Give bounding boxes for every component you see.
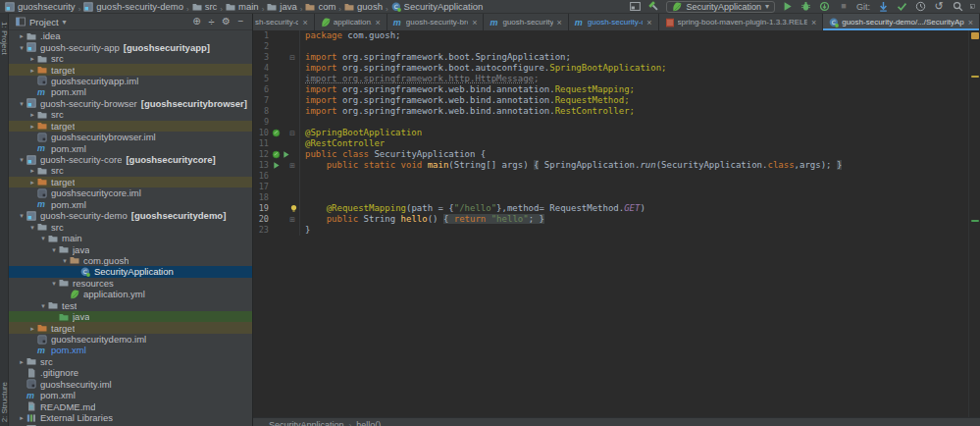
chevron-expanded-icon[interactable]: ▾: [49, 246, 59, 253]
editor-scrollbar[interactable]: [968, 30, 980, 417]
code-text[interactable]: import org.springframework.web.bind.anno…: [300, 106, 635, 117]
tool-button-structure[interactable]: 2: Structure: [0, 382, 9, 422]
spring-bean-gutter-icon[interactable]: [272, 150, 281, 159]
gear-icon[interactable]: ⚙: [221, 16, 232, 27]
tree-row[interactable]: guoshsecurity.iml: [9, 379, 252, 390]
search-icon[interactable]: [952, 1, 963, 13]
code-line[interactable]: 17: [253, 182, 980, 192]
tree-row[interactable]: ▾test: [9, 300, 252, 311]
tree-row[interactable]: mpom.xml: [9, 142, 252, 153]
code-line[interactable]: 7import org.springframework.web.bind.ann…: [253, 95, 980, 106]
breadcrumb-item[interactable]: src: [192, 1, 218, 12]
tree-row[interactable]: ▾main: [9, 233, 252, 243]
editor-tab[interactable]: spring-boot-maven-plugin-1.3.3.RELEASE.p…: [659, 14, 824, 30]
chevron-expanded-icon[interactable]: ▾: [27, 224, 37, 231]
error-stripe-mark[interactable]: [971, 76, 979, 78]
coverage-button[interactable]: [819, 1, 831, 13]
chevron-collapsed-icon[interactable]: ▸: [27, 123, 37, 130]
fold-expand-icon[interactable]: ⊞: [289, 161, 298, 170]
chevron-collapsed-icon[interactable]: ▸: [27, 111, 37, 118]
tree-row[interactable]: ▾guosh-security-core[guoshsecuritycore]: [9, 154, 252, 165]
run-config-selector[interactable]: SecurityApplication ▾: [666, 1, 775, 13]
tree-row[interactable]: ▸target: [9, 177, 252, 187]
tree-row[interactable]: ▸.idea: [9, 30, 252, 41]
code-line[interactable]: 10⊟@SpringBootApplication: [253, 128, 980, 138]
chevron-collapsed-icon[interactable]: ▸: [27, 179, 37, 186]
vcs-commit-icon[interactable]: [896, 1, 907, 13]
code-text[interactable]: [300, 41, 305, 52]
tree-row[interactable]: ▸target: [9, 121, 252, 132]
code-line[interactable]: 18: [253, 192, 980, 203]
code-line[interactable]: 6import org.springframework.web.bind.ann…: [253, 84, 980, 95]
chevron-collapsed-icon[interactable]: ▸: [17, 358, 26, 365]
tree-row[interactable]: ▾guosh-security-demo[guoshsecuritydemo]: [9, 210, 252, 221]
tree-row[interactable]: mpom.xml: [9, 345, 252, 355]
breadcrumb-method[interactable]: hello(): [356, 420, 381, 426]
chevron-collapsed-icon[interactable]: ▸: [17, 414, 26, 421]
tree-row[interactable]: application.yml: [9, 289, 252, 299]
code-text[interactable]: public static void main(String[] args) {…: [300, 160, 842, 171]
close-icon[interactable]: ×: [646, 18, 651, 27]
code-text[interactable]: public String hello() { return "hello"; …: [300, 214, 544, 225]
close-icon[interactable]: ×: [472, 18, 477, 27]
tree-row[interactable]: ▸src: [9, 53, 252, 64]
tree-row[interactable]: guoshsecurityapp.iml: [9, 76, 252, 86]
tree-row[interactable]: guoshsecuritybrowser.iml: [9, 132, 252, 142]
code-line[interactable]: 3⊟import org.springframework.boot.Spring…: [253, 52, 980, 63]
chevron-down-icon[interactable]: ▾: [63, 18, 67, 27]
tree-row[interactable]: README.md: [9, 400, 252, 411]
breadcrumb-item[interactable]: com: [305, 1, 335, 12]
breadcrumb-item[interactable]: guosh-security-demo: [83, 1, 183, 12]
hide-panel-icon[interactable]: −: [235, 16, 246, 27]
code-text[interactable]: [300, 117, 305, 128]
code-line[interactable]: 4import org.springframework.boot.autocon…: [253, 63, 980, 74]
code-editor[interactable]: 1package com.guosh;23⊟import org.springf…: [253, 30, 980, 417]
clipped-toolbar-icon[interactable]: [970, 1, 975, 13]
chevron-expanded-icon[interactable]: ▾: [17, 156, 26, 163]
editor-tab[interactable]: mguosh-security-app×: [484, 14, 568, 30]
code-line[interactable]: 1package com.guosh;: [253, 30, 980, 41]
code-text[interactable]: @RequestMapping(path = {"/hello"},method…: [300, 203, 645, 214]
editor-tab[interactable]: mguosh-security-browser×: [387, 14, 485, 30]
code-line[interactable]: 5import org.springframework.http.HttpMes…: [253, 74, 980, 84]
tree-row[interactable]: ▾com.guosh: [9, 255, 252, 266]
editor-tab[interactable]: mguosh-security-demo×: [569, 14, 659, 30]
close-icon[interactable]: ×: [968, 18, 973, 27]
chevron-expanded-icon[interactable]: ▾: [38, 235, 48, 241]
code-text[interactable]: }: [300, 225, 310, 236]
code-text[interactable]: [300, 192, 305, 203]
editor-tab[interactable]: application.yml×: [315, 14, 387, 30]
code-text[interactable]: import org.springframework.boot.SpringAp…: [300, 52, 571, 63]
code-text[interactable]: import org.springframework.http.HttpMess…: [300, 74, 539, 84]
code-text[interactable]: [300, 182, 305, 192]
run-gutter-icon[interactable]: [272, 161, 281, 170]
code-text[interactable]: [300, 171, 305, 182]
stop-button[interactable]: ■: [838, 1, 850, 13]
tree-row[interactable]: .gitignore: [9, 367, 252, 378]
history-clock-icon[interactable]: [914, 1, 926, 13]
chevron-collapsed-icon[interactable]: ▸: [27, 67, 37, 74]
breadcrumb-class[interactable]: SecurityApplication: [269, 420, 344, 426]
chevron-expanded-icon[interactable]: ▾: [38, 302, 48, 309]
run-button[interactable]: [782, 1, 794, 13]
close-icon[interactable]: ×: [811, 18, 816, 27]
breadcrumb-item[interactable]: CSecurityApplication: [391, 1, 484, 12]
locate-file-icon[interactable]: ⊕: [191, 16, 202, 27]
breadcrumb-item[interactable]: java: [267, 1, 296, 12]
breadcrumb-item[interactable]: main: [226, 1, 259, 12]
vcs-update-icon[interactable]: [877, 1, 889, 13]
chevron-expanded-icon[interactable]: ▾: [17, 100, 26, 107]
code-line[interactable]: 19 @RequestMapping(path = {"/hello"},met…: [253, 203, 980, 214]
tree-row[interactable]: ▸src: [9, 356, 252, 367]
tree-row[interactable]: mpom.xml: [9, 390, 252, 400]
close-icon[interactable]: ×: [376, 18, 381, 27]
code-line[interactable]: 8import org.springframework.web.bind.ann…: [253, 106, 980, 117]
tree-row[interactable]: ▾guosh-security-app[guoshsecurityapp]: [9, 41, 252, 52]
tree-row[interactable]: mpom.xml: [9, 199, 252, 210]
fold-collapse-icon[interactable]: ⊟: [289, 129, 298, 137]
tree-row[interactable]: ▾src: [9, 221, 252, 232]
tree-row[interactable]: ▸src: [9, 165, 252, 176]
toolwindow-icon[interactable]: [629, 1, 641, 13]
code-text[interactable]: import org.springframework.web.bind.anno…: [300, 84, 635, 95]
fold-expand-icon[interactable]: ⊞: [289, 215, 298, 224]
